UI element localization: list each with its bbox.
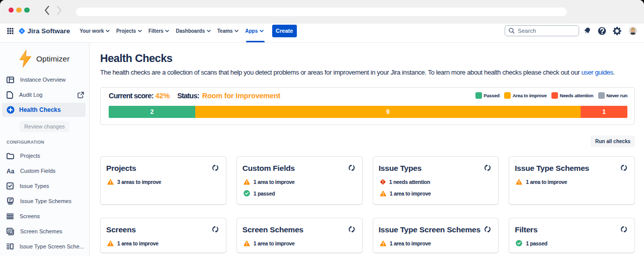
svg-text:Aa: Aa	[7, 168, 15, 174]
